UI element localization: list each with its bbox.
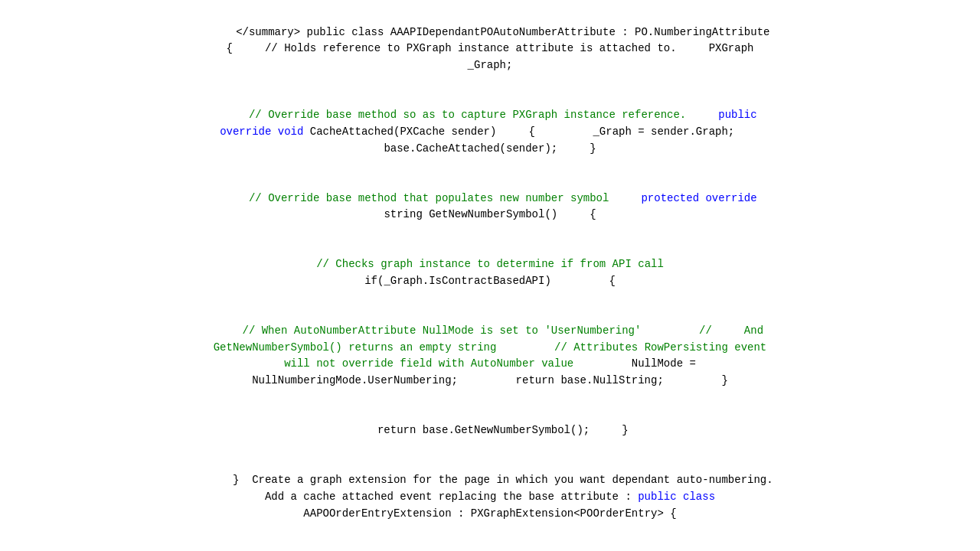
code-display: </summary> public class AAAPIDependantPO… (191, 0, 789, 546)
code-line-2: // Override base method so as to capture… (207, 90, 773, 173)
code-line-7: } Create a graph extension for the page … (207, 456, 773, 539)
code-line-5: // When AutoNumberAttribute NullMode is … (207, 306, 773, 406)
code-line-4: // Checks graph instance to determine if… (207, 240, 773, 307)
code-line-6: return base.GetNewNumberSymbol(); } (207, 406, 773, 456)
code-line-3: // Override base method that populates n… (207, 174, 773, 240)
code-line-1: </summary> public class AAAPIDependantPO… (207, 8, 773, 90)
